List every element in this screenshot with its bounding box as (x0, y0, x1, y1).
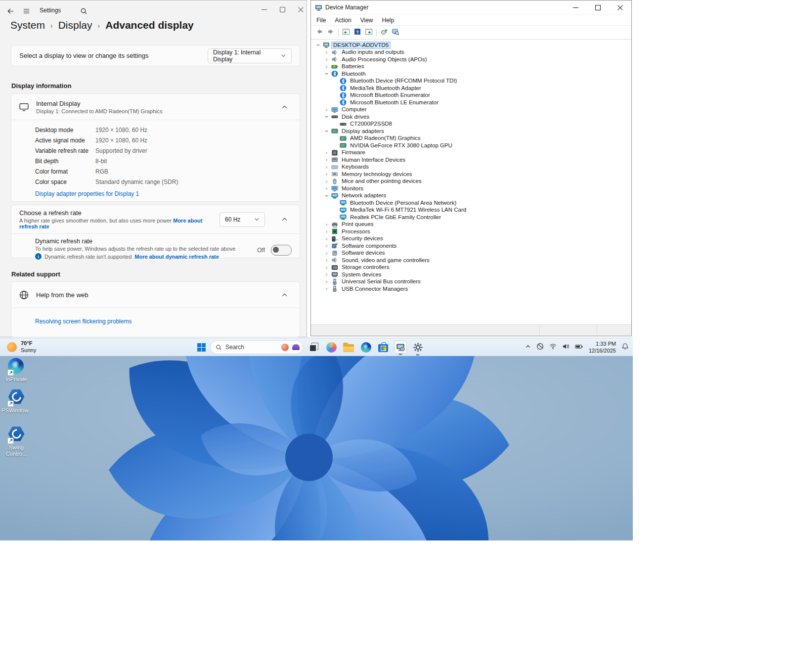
expand-chevron-icon[interactable]: › (323, 264, 330, 271)
taskbar-clock[interactable]: 1:33 PM 12/16/2025 (589, 340, 616, 355)
file-explorer-button[interactable] (342, 341, 355, 354)
device-tree-item[interactable]: ›Universal Serial Bus controllers (313, 278, 631, 286)
menu-view[interactable]: View (356, 17, 378, 24)
device-tree-item[interactable]: ›Security devices (313, 235, 631, 243)
device-tree-item[interactable]: Realtek PCIe GbE Family Controller (313, 214, 631, 221)
device-tree-item[interactable]: ›Audio Processing Objects (APOs) (313, 56, 631, 63)
resolving-screen-flickering-link[interactable]: Resolving screen flickering problems (35, 318, 132, 325)
expand-chevron-icon[interactable]: › (323, 235, 330, 242)
expand-chevron-icon[interactable]: › (323, 63, 330, 70)
device-tree-item[interactable]: ›USB Connector Managers (313, 285, 631, 293)
search-icon[interactable] (79, 6, 88, 15)
device-tree-item[interactable]: ›Audio inputs and outputs (313, 49, 631, 56)
device-tree-item[interactable]: ›Network adapters (313, 192, 631, 200)
device-tree-item[interactable]: ›Computer (313, 106, 631, 114)
device-tree-item[interactable]: ›Processors (313, 228, 631, 235)
status-crossed-circle-icon[interactable] (536, 343, 544, 352)
collapse-chevron-up-icon[interactable] (277, 287, 292, 302)
device-tree-item[interactable]: ›Keyboards (313, 164, 631, 171)
copilot-button[interactable] (325, 341, 338, 354)
device-tree-item[interactable]: ›Sound, video and game controllers (313, 257, 631, 264)
console-tree-icon[interactable] (342, 28, 350, 37)
device-tree-item[interactable]: Bluetooth Device (Personal Area Network) (313, 199, 631, 207)
expand-chevron-icon[interactable]: › (323, 171, 330, 178)
expand-chevron-icon[interactable]: › (323, 257, 330, 264)
edge-button[interactable] (359, 341, 372, 354)
device-tree-item[interactable]: ›Human Interface Devices (313, 156, 631, 164)
internal-display-header[interactable]: Internal Display Display 1: Connected to… (11, 94, 300, 120)
expand-chevron-icon[interactable]: › (323, 228, 330, 235)
expand-chevron-icon[interactable]: › (323, 106, 330, 113)
display-adapter-properties-link[interactable]: Display adapter properties for Display 1 (35, 190, 139, 197)
expand-chevron-icon[interactable]: › (323, 271, 330, 278)
device-tree-item[interactable]: ›Batteries (313, 63, 631, 71)
device-tree-item[interactable]: ›Software devices (313, 250, 631, 257)
menu-action[interactable]: Action (330, 17, 355, 24)
back-icon[interactable] (6, 6, 15, 15)
notification-bell-icon[interactable] (621, 343, 629, 352)
collapse-chevron-icon[interactable]: › (323, 128, 330, 135)
breadcrumb-item[interactable]: Display (58, 19, 92, 31)
desktop-shortcut[interactable]: PSWindow... (1, 389, 32, 420)
device-tree-item[interactable]: Microsoft Bluetooth LE Enumerator (313, 99, 631, 106)
minimize-button[interactable] (565, 0, 587, 14)
device-tree-item[interactable]: Microsoft Bluetooth Enumerator (313, 92, 631, 99)
close-button[interactable] (609, 0, 631, 14)
scan-hardware-changes-icon[interactable] (392, 28, 399, 37)
breadcrumb-item[interactable]: System (10, 19, 45, 31)
expand-chevron-icon[interactable]: › (323, 185, 330, 192)
update-driver-icon[interactable] (380, 28, 388, 37)
close-button[interactable] (292, 1, 310, 18)
device-tree-item[interactable]: MediaTek Bluetooth Adapter (313, 85, 631, 92)
device-tree-item[interactable]: ›System devices (313, 271, 631, 278)
device-tree-item[interactable]: ›Memory technology devices (313, 171, 631, 178)
volume-icon[interactable] (562, 343, 570, 352)
task-view-button[interactable] (308, 341, 320, 354)
expand-chevron-icon[interactable]: › (323, 285, 330, 292)
forward-icon[interactable] (327, 28, 335, 37)
taskbar-search-box[interactable]: Search (210, 340, 303, 354)
device-tree-item[interactable]: Bluetooth Device (RFCOMM Protocol TDI) (313, 78, 631, 85)
maximize-button[interactable] (587, 0, 609, 14)
device-tree-item[interactable]: ›Firmware (313, 149, 631, 157)
expand-chevron-icon[interactable]: › (323, 49, 330, 56)
collapse-chevron-icon[interactable]: › (323, 70, 330, 78)
expand-chevron-icon[interactable]: › (323, 221, 330, 228)
expand-chevron-icon[interactable]: › (323, 164, 330, 171)
maximize-button[interactable] (273, 1, 292, 18)
desktop-shortcut[interactable]: InPrivate (1, 358, 32, 383)
device-tree-item[interactable]: CT2000P2SSD8 (313, 121, 631, 128)
menu-file[interactable]: File (312, 17, 330, 24)
device-tree-item[interactable]: ›Software components (313, 242, 631, 250)
help-icon[interactable]: ? (353, 28, 361, 37)
collapse-chevron-up-icon[interactable] (277, 99, 292, 114)
settings-taskbar-button[interactable] (411, 341, 424, 354)
device-tree-item[interactable]: MediaTek Wi-Fi 6 MT7921 Wireless LAN Car… (313, 207, 631, 214)
device-manager-taskbar-button[interactable] (394, 341, 407, 354)
minimize-button[interactable] (255, 1, 273, 18)
expand-chevron-icon[interactable]: › (323, 242, 330, 249)
desktop-shortcut[interactable]: Swing Contro... (1, 426, 32, 457)
device-tree-item[interactable]: NVIDIA GeForce RTX 3080 Laptop GPU (313, 142, 631, 149)
device-tree-item[interactable]: ›Bluetooth (313, 70, 631, 78)
expand-chevron-icon[interactable]: › (323, 56, 330, 63)
help-from-web-header[interactable]: Help from the web (11, 282, 300, 308)
wifi-icon[interactable] (549, 343, 557, 352)
expand-chevron-icon[interactable]: › (323, 178, 330, 185)
collapse-chevron-icon[interactable]: › (315, 42, 322, 49)
device-tree-item[interactable]: ›Disk drives (313, 113, 631, 121)
device-tree-item[interactable]: ›DESKTOP-ADDVTD5 (313, 42, 631, 49)
microsoft-store-button[interactable] (377, 341, 390, 354)
menu-help[interactable]: Help (378, 17, 399, 24)
collapse-chevron-icon[interactable]: › (323, 192, 330, 199)
properties-icon[interactable] (365, 28, 373, 37)
device-tree-item[interactable]: AMD Radeon(TM) Graphics (313, 135, 631, 142)
battery-icon[interactable] (575, 343, 583, 352)
collapse-chevron-icon[interactable]: › (323, 113, 330, 121)
device-tree-item[interactable]: ›Print queues (313, 221, 631, 228)
hamburger-menu-icon[interactable] (22, 6, 31, 15)
start-button[interactable] (197, 343, 206, 352)
dynamic-refresh-rate-toggle[interactable] (271, 245, 292, 256)
refresh-rate-dropdown[interactable]: 60 Hz (220, 212, 265, 227)
expand-chevron-icon[interactable]: › (323, 149, 330, 156)
